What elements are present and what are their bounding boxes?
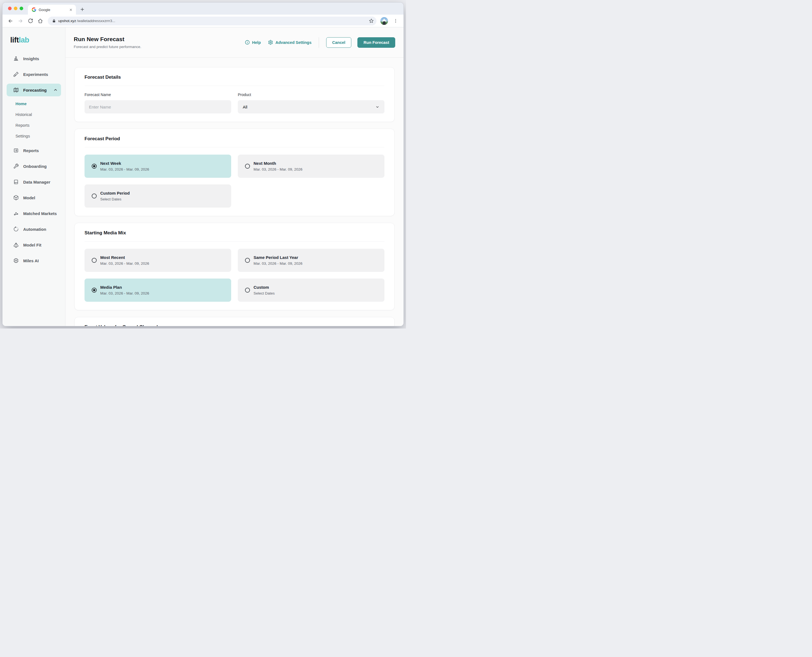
option-next-week[interactable]: Next Week Mar. 03, 2026 - Mar. 09, 2026 <box>84 154 231 178</box>
sidebar-item-matched-markets[interactable]: Matched Markets <box>7 207 61 220</box>
box-icon <box>13 195 19 201</box>
radio-selected-icon[interactable] <box>92 288 97 293</box>
forecasting-submenu: Home Historical Reports Settings <box>7 98 61 141</box>
option-subtitle: Select Dates <box>100 197 130 201</box>
option-most-recent[interactable]: Most Recent Mar. 03, 2026 - Mar. 09, 202… <box>84 249 231 272</box>
liftlab-logo: liftlab <box>3 34 65 45</box>
sidebar-item-label: Experiments <box>23 72 48 77</box>
radio-icon[interactable] <box>245 288 250 293</box>
sidebar-item-forecasting[interactable]: Forecasting <box>7 84 61 97</box>
test-tube-icon <box>13 72 19 77</box>
option-title: Custom Period <box>100 191 130 195</box>
option-title: Media Plan <box>100 285 149 290</box>
option-next-month[interactable]: Next Month Mar. 03, 2026 - Mar. 09, 2026 <box>238 154 385 178</box>
gear-icon <box>268 40 273 45</box>
option-subtitle: Select Dates <box>254 291 275 295</box>
page-body: Forecast Details Forecast Name Product A… <box>65 58 404 326</box>
option-custom-period[interactable]: Custom Period Select Dates <box>84 184 231 208</box>
browser-tab[interactable]: Google <box>28 5 76 15</box>
sidebar-item-model-fit[interactable]: Model Fit <box>7 238 61 251</box>
bar-chart-icon <box>13 56 19 61</box>
forecast-details-card: Forecast Details Forecast Name Product A… <box>74 67 395 122</box>
sidebar-subitem-settings[interactable]: Settings <box>7 131 61 141</box>
sidebar-item-model[interactable]: Model <box>7 191 61 204</box>
sidebar-subitem-reports[interactable]: Reports <box>7 120 61 131</box>
page-title: Run New Forecast <box>74 36 142 42</box>
sidebar-item-label: Forecasting <box>23 88 47 92</box>
sidebar-subitem-home[interactable]: Home <box>7 98 61 109</box>
browser-menu-icon[interactable] <box>391 17 400 25</box>
radio-icon[interactable] <box>92 258 97 263</box>
new-tab-button[interactable] <box>78 5 86 14</box>
option-title: Most Recent <box>100 255 149 260</box>
lock-icon <box>52 19 56 23</box>
hard-drive-icon <box>13 179 19 185</box>
option-custom[interactable]: Custom Select Dates <box>238 279 385 302</box>
radio-icon[interactable] <box>245 164 250 169</box>
home-icon[interactable] <box>36 17 44 25</box>
radio-selected-icon[interactable] <box>92 164 97 169</box>
sidebar-subitem-historical[interactable]: Historical <box>7 109 61 120</box>
sidebar-item-label: Model <box>23 195 35 200</box>
option-subtitle: Mar. 03, 2026 - Mar. 09, 2026 <box>100 291 149 295</box>
forecast-name-field-group: Forecast Name <box>84 92 231 114</box>
sidebar-nav: Insights Experiments Forecasting <box>7 52 61 267</box>
sidebar-item-miles-ai[interactable]: Miles AI <box>7 254 61 267</box>
help-button[interactable]: Help <box>245 40 261 45</box>
sidebar-item-data-manager[interactable]: Data Manager <box>7 176 61 188</box>
minimize-window-button[interactable] <box>14 7 17 10</box>
sidebar-item-onboarding[interactable]: Onboarding <box>7 160 61 173</box>
avatar[interactable] <box>380 17 388 25</box>
back-icon[interactable] <box>6 17 15 25</box>
starting-media-mix-card: Starting Media Mix Most Recent Mar. 03, … <box>74 223 395 310</box>
option-subtitle: Mar. 03, 2026 - Mar. 09, 2026 <box>100 262 149 266</box>
card-divider <box>84 147 385 148</box>
cancel-button[interactable]: Cancel <box>326 37 352 48</box>
sidebar-item-label: Reports <box>23 148 39 153</box>
google-favicon-icon <box>32 8 36 12</box>
logo-part-lab: lab <box>19 36 29 44</box>
browser-toolbar: upshot.xyz/walletaddressxxzrrr3... <box>3 15 404 27</box>
sidebar-item-reports[interactable]: Reports <box>7 144 61 157</box>
tab-title: Google <box>39 8 66 12</box>
sidebar-item-experiments[interactable]: Experiments <box>7 68 61 81</box>
traffic-lights <box>8 7 23 10</box>
forecast-name-input[interactable] <box>84 100 231 114</box>
run-forecast-button[interactable]: Run Forecast <box>357 37 395 48</box>
forecast-name-label: Forecast Name <box>84 92 231 97</box>
option-media-plan[interactable]: Media Plan Mar. 03, 2026 - Mar. 09, 2026 <box>84 279 231 302</box>
sidebar-item-label: Matched Markets <box>23 211 57 216</box>
sidebar-item-label: Onboarding <box>23 164 47 169</box>
radio-icon[interactable] <box>245 258 250 263</box>
radio-icon[interactable] <box>92 193 97 198</box>
tab-close-icon[interactable] <box>68 7 73 12</box>
sidebar-item-automation[interactable]: Automation <box>7 223 61 235</box>
option-same-period-last-year[interactable]: Same Period Last Year Mar. 03, 2026 - Ma… <box>238 249 385 272</box>
forward-icon[interactable] <box>16 17 25 25</box>
bookmark-star-icon[interactable] <box>367 17 376 25</box>
starting-media-mix-title: Starting Media Mix <box>84 230 385 236</box>
forecast-details-title: Forecast Details <box>84 75 385 80</box>
forecast-period-card: Forecast Period Next Week Mar. 03, 2026 … <box>74 129 395 216</box>
card-divider <box>84 86 385 86</box>
url-path: /walletaddressxxzrrr3... <box>77 19 115 23</box>
map-icon <box>13 87 19 93</box>
sidebar-item-label: Automation <box>23 227 46 232</box>
pyramid-icon <box>13 242 19 248</box>
sidebar-item-label: Model Fit <box>23 243 41 248</box>
maximize-window-button[interactable] <box>20 7 23 10</box>
tab-strip: Google <box>3 3 404 15</box>
product-select-value: All <box>243 104 248 109</box>
sidebar-item-insights[interactable]: Insights <box>7 52 61 65</box>
browser-window: Google upshot.xyz/walletaddressxxzrrr3..… <box>3 3 404 326</box>
product-field-group: Product All <box>238 92 385 114</box>
event-values-card: Event Values for Owned Channel <box>74 317 395 326</box>
product-select[interactable]: All <box>238 100 385 114</box>
chevron-down-icon <box>376 105 379 109</box>
close-window-button[interactable] <box>8 7 12 10</box>
url-bar[interactable]: upshot.xyz/walletaddressxxzrrr3... <box>48 17 376 25</box>
reload-icon[interactable] <box>26 17 34 25</box>
sidebar-item-label: Insights <box>23 56 39 61</box>
advanced-settings-button[interactable]: Advanced Settings <box>268 40 312 45</box>
option-title: Custom <box>254 285 275 290</box>
